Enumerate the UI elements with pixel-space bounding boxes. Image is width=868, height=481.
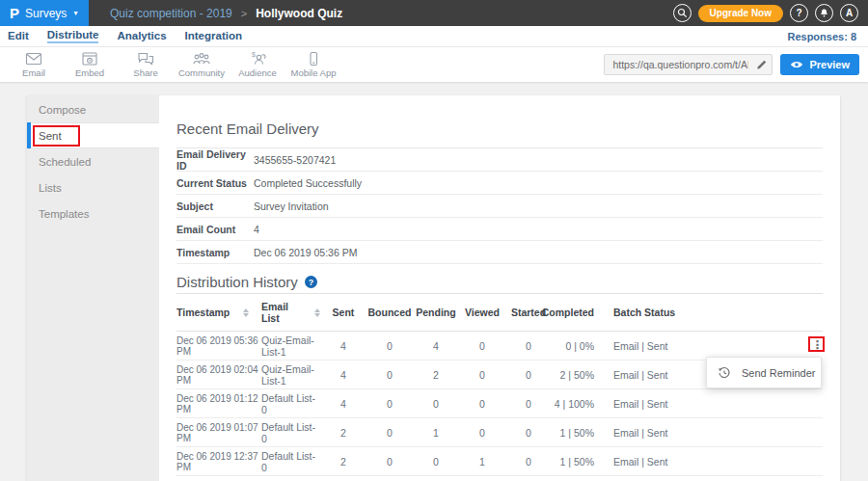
sent-content-card: Compose Sent Scheduled Lists Templates R… [27, 95, 840, 481]
detail-label: Current Status [176, 177, 254, 189]
cell-sent: 4 [320, 369, 366, 381]
table-row: Dec 06 2019 01:07 PM Default List-0 2 0 … [176, 418, 823, 447]
cell-pending: 4 [413, 340, 459, 352]
mobile-app-icon [305, 51, 322, 67]
detail-row-delivery-id: Email Delivery ID 3455655-5207421 [176, 148, 823, 172]
tool-audience[interactable]: $ Audience [230, 51, 285, 78]
row-actions-kebab-icon[interactable]: ⋮ [809, 337, 826, 353]
audience-icon: $ [248, 51, 267, 67]
cell-sent: 2 [320, 456, 366, 468]
cell-pending: 2 [413, 369, 459, 381]
distribute-toolbar: Email Embed Share Community $ Audience M… [0, 47, 868, 82]
tool-mobile-app-label: Mobile App [290, 67, 336, 78]
survey-url-input[interactable] [604, 54, 773, 75]
cell-bounced: 0 [366, 398, 413, 410]
cell-viewed: 0 [459, 340, 505, 352]
sidebar-item-sent[interactable]: Sent [27, 122, 159, 148]
col-completed: Completed [552, 307, 594, 318]
email-sidebar: Compose Sent Scheduled Lists Templates [27, 95, 159, 481]
detail-value: Completed Successfully [254, 177, 362, 189]
tab-edit[interactable]: Edit [8, 30, 29, 42]
sidebar-item-compose-label: Compose [39, 104, 86, 116]
col-timestamp[interactable]: Timestamp [176, 307, 261, 318]
sidebar-item-compose[interactable]: Compose [27, 96, 159, 122]
send-reminder-menu-item[interactable]: Send Reminder [742, 367, 815, 379]
questionpro-logo-icon: P [10, 6, 19, 20]
topbar-actions: Upgrade Now ? A [673, 4, 868, 22]
cell-sent: 4 [320, 398, 366, 410]
tool-email[interactable]: Email [6, 51, 62, 78]
cell-completed: 0 | 0% [552, 340, 594, 352]
tool-community[interactable]: Community [174, 51, 230, 78]
cell-sent: 2 [320, 427, 366, 439]
detail-row-email-count: Email Count 4 [176, 218, 823, 241]
survey-nav: Edit Distribute Analytics Integration Re… [0, 26, 868, 47]
sort-icon[interactable] [243, 308, 249, 317]
cell-timestamp: Dec 06 2019 12:37 PM [176, 451, 261, 472]
col-pending: Pending [413, 307, 459, 318]
cell-completed: 1 | 50% [552, 427, 594, 439]
history-help-icon[interactable]: ? [305, 276, 317, 288]
cell-started: 0 [505, 456, 552, 468]
detail-label: Email Count [176, 224, 254, 235]
tool-share-label: Share [133, 67, 157, 78]
preview-button[interactable]: Preview [780, 54, 859, 75]
cell-completed: 2 | 50% [552, 369, 594, 381]
user-avatar[interactable]: A [840, 4, 858, 22]
surveys-menu[interactable]: P Surveys ▾ [0, 0, 89, 26]
cell-batch-status: Email | Sent [594, 456, 823, 468]
cell-completed: 1 | 50% [552, 456, 594, 468]
cell-completed: 4 | 100% [552, 398, 594, 410]
cell-viewed: 0 [459, 398, 505, 410]
email-icon [25, 51, 42, 67]
cell-timestamp: Dec 06 2019 05:36 PM [176, 335, 261, 357]
tab-analytics[interactable]: Analytics [117, 30, 166, 42]
detail-label: Subject [176, 200, 254, 212]
sent-main-panel: Recent Email Delivery Email Delivery ID … [159, 95, 840, 481]
embed-icon [81, 51, 98, 67]
survey-url-wrap [604, 54, 773, 75]
tab-distribute[interactable]: Distribute [47, 29, 99, 43]
col-sent: Sent [320, 307, 366, 318]
upgrade-now-button[interactable]: Upgrade Now [698, 5, 783, 22]
distribution-history-header: Distribution History ? [176, 274, 823, 290]
sidebar-item-templates[interactable]: Templates [27, 200, 159, 227]
search-icon[interactable] [673, 4, 692, 22]
survey-url-group: Preview [604, 54, 868, 75]
cell-timestamp: Dec 06 2019 01:07 PM [176, 422, 261, 443]
sidebar-item-lists[interactable]: Lists [27, 174, 159, 200]
table-row: Dec 06 2019 12:37 PM Default List-0 2 0 … [176, 447, 823, 476]
sidebar-item-lists-label: Lists [39, 182, 62, 194]
detail-value: Survey Invitation [254, 200, 329, 212]
cell-batch-status: Email | Sent [594, 340, 823, 352]
tool-mobile-app[interactable]: Mobile App [285, 51, 341, 78]
cell-viewed: 1 [459, 456, 505, 468]
tab-integration[interactable]: Integration [185, 30, 242, 42]
cell-email-list: Default List-0 [261, 392, 320, 415]
responses-count[interactable]: Responses: 8 [787, 31, 856, 42]
col-email-list[interactable]: Email List [261, 301, 320, 324]
cell-bounced: 0 [366, 340, 413, 352]
cell-sent: 4 [320, 340, 366, 352]
help-icon[interactable]: ? [790, 4, 808, 22]
cell-bounced: 0 [366, 369, 413, 381]
tool-embed[interactable]: Embed [62, 51, 118, 78]
questionpro-sent-page: P Surveys ▾ Quiz competition - 2019 > Ho… [0, 0, 868, 481]
cell-pending: 1 [413, 427, 459, 439]
tool-embed-label: Embed [75, 67, 104, 78]
tool-community-label: Community [178, 67, 225, 78]
edit-url-pencil-icon[interactable] [755, 58, 768, 75]
svg-text:$: $ [252, 51, 256, 58]
notifications-bell-icon[interactable] [815, 4, 833, 22]
cell-email-list: Quiz-Email-List-1 [261, 334, 320, 358]
detail-value: 4 [254, 224, 259, 235]
recent-delivery-table: Email Delivery ID 3455655-5207421 Curren… [176, 147, 823, 264]
history-header-row: Timestamp Email List Sent Bounced Pendin… [176, 294, 823, 332]
cell-viewed: 0 [459, 369, 505, 381]
detail-value: Dec 06 2019 05:36 PM [254, 247, 357, 258]
breadcrumb-parent[interactable]: Quiz competition - 2019 [110, 7, 232, 20]
cell-viewed: 0 [459, 427, 505, 439]
sidebar-item-scheduled[interactable]: Scheduled [27, 148, 159, 174]
tool-share[interactable]: Share [118, 51, 174, 78]
cell-started: 0 [505, 427, 552, 439]
